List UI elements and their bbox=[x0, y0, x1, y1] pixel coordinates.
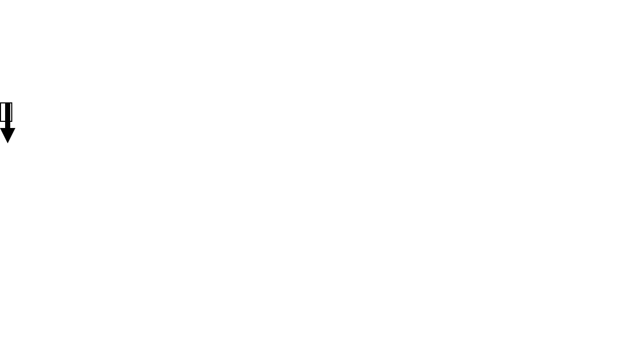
arrow-down-icon bbox=[0, 102, 15, 143]
svg-rect-0 bbox=[5, 102, 10, 128]
ast-diagram bbox=[0, 102, 635, 364]
edges-layer bbox=[0, 102, 635, 364]
svg-marker-1 bbox=[0, 128, 15, 143]
